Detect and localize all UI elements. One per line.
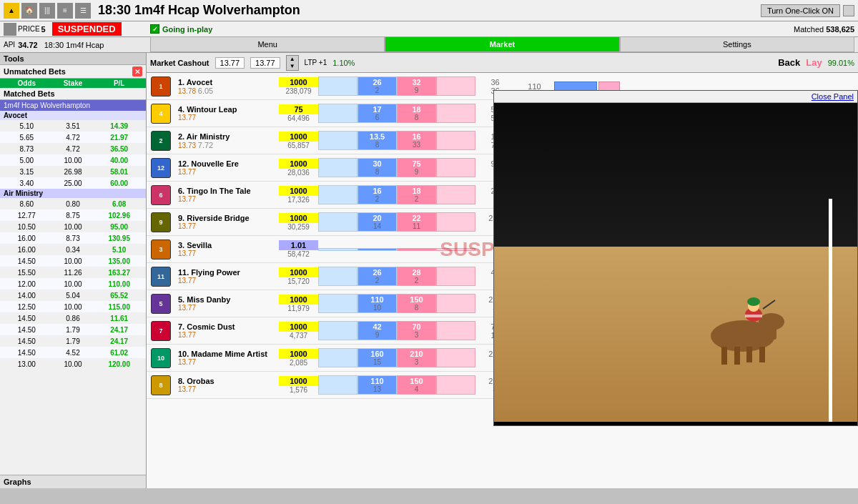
lay-cell-1[interactable]: 22 11 [397, 212, 436, 232]
lay-cell-1[interactable]: 210 3 [397, 348, 436, 367]
bet-row: 12.0010.00110.00 [0, 278, 146, 290]
lay-cell-2[interactable] [436, 131, 475, 150]
icon-bars[interactable]: ||| [39, 3, 55, 19]
bet-row: 10.5010.0095.00 [0, 221, 146, 232]
back-cell-1[interactable]: 17 6 [358, 104, 397, 123]
lay-cell-1[interactable]: 75 9 [397, 158, 436, 177]
stake-box[interactable]: 1000 4,737 [279, 322, 318, 340]
stake-box[interactable]: 1000 11,979 [279, 295, 318, 312]
lay-cell-1[interactable]: 18 2 [397, 185, 436, 204]
lay-cell-2[interactable] [436, 185, 475, 204]
icon-list[interactable]: ≡ [57, 3, 73, 19]
stake-box[interactable]: 1000 2,085 [279, 349, 318, 367]
lay-cell-2[interactable] [436, 76, 475, 96]
stake-box[interactable]: 1000 65,857 [279, 132, 318, 149]
horse-name-area: 12. Nouvelle Ere 13.77 [175, 159, 279, 176]
back-cell-1[interactable]: 16 2 [358, 185, 397, 204]
stake-box[interactable]: 1000 238,079 [279, 77, 318, 95]
turn-oneclick-button[interactable]: Turn One-Click ON [761, 4, 840, 17]
suspended-badge: SUSPENDED [52, 22, 122, 36]
horse-svg [693, 279, 800, 365]
bet-row: 3.1526.9858.01 [0, 166, 146, 177]
back-cell-2[interactable] [318, 348, 358, 367]
icon-arrow-up[interactable]: ▲ [4, 3, 19, 19]
cashout-val2[interactable]: 13.77 [250, 57, 280, 69]
window-icon[interactable] [843, 5, 854, 16]
back-cell-2[interactable] [318, 375, 358, 395]
back-cell-2[interactable] [318, 76, 358, 96]
back-cell-1[interactable]: 13.5 8 [358, 131, 397, 150]
lay-cell-2[interactable] [436, 158, 475, 177]
unmatched-bets-close[interactable]: ✕ [132, 66, 142, 76]
lay-cell-2[interactable] [436, 104, 475, 123]
back-cell-1[interactable]: 42 9 [358, 321, 397, 340]
back-cell-1[interactable]: 110 13 [358, 375, 397, 395]
stake-volume: 11,979 [279, 305, 318, 312]
lay-cell-1[interactable]: 150 4 [397, 375, 436, 395]
lay-cell-2[interactable] [436, 321, 475, 340]
lay-cell-1[interactable] [397, 248, 436, 251]
horse-name: 4. Wintour Leap [178, 105, 279, 114]
bet-row: 14.005.0465.52 [0, 290, 146, 301]
graphs-footer[interactable]: Graphs [0, 475, 146, 488]
svg-rect-6 [759, 347, 765, 362]
going-inplay-checkbox[interactable]: ✓ [150, 24, 159, 34]
icon-list2[interactable]: ☰ [75, 3, 91, 19]
back-cell-2[interactable] [318, 131, 358, 150]
back-cell-1[interactable]: 20 14 [358, 212, 397, 232]
lay-cell-1[interactable]: 16 33 [397, 131, 436, 150]
horse-name-area: 3. Sevilla 13.77 [175, 241, 279, 257]
back-cell-2[interactable] [318, 185, 358, 204]
settings-button[interactable]: Settings [620, 36, 854, 52]
horse-silk: 10 [147, 348, 175, 368]
stake-box[interactable]: 1.01 58,472 [279, 240, 318, 258]
cashout-val1[interactable]: 13.77 [215, 57, 245, 69]
back-cell-1[interactable]: 26 2 [358, 76, 397, 96]
back-cell-2[interactable] [318, 294, 358, 313]
stake-volume: 2,085 [279, 359, 318, 367]
lay-cell-1[interactable]: 18 8 [397, 104, 436, 123]
arrows-box[interactable]: ▲ ▼ [286, 55, 299, 71]
horse-silk: 9 [147, 212, 175, 232]
back-cell-1[interactable]: 30 8 [358, 158, 397, 177]
lay-cell-2[interactable] [436, 267, 475, 286]
icon-home[interactable]: 🏠 [21, 3, 37, 19]
stake-box[interactable]: 1000 1,576 [279, 376, 318, 394]
back-cell-2[interactable] [318, 248, 358, 251]
back-cell-2[interactable] [318, 212, 358, 232]
stake-box[interactable]: 1000 17,326 [279, 186, 318, 204]
lay-label: Lay [806, 57, 822, 68]
stake-box[interactable]: 75 64,496 [279, 104, 318, 122]
close-panel-button[interactable]: Close Panel [812, 92, 854, 101]
svg-rect-2 [761, 318, 776, 340]
horse-price: 13.77 [178, 168, 279, 176]
back-cell-2[interactable] [318, 104, 358, 123]
lay-cell-2[interactable] [436, 294, 475, 313]
stake-value: 1000 [279, 213, 318, 223]
stake-box[interactable]: 1000 15,720 [279, 267, 318, 285]
back-cell-2[interactable] [318, 158, 358, 177]
horse-name: 2. Air Ministry [178, 132, 279, 141]
lay-cell-2[interactable] [436, 375, 475, 395]
back-cell-1[interactable]: 26 2 [358, 267, 397, 286]
tools-header: Tools [0, 53, 146, 65]
back-cell-1[interactable]: 160 15 [358, 348, 397, 367]
stake-box[interactable]: 1000 30,259 [279, 213, 318, 231]
lay-cell-1[interactable]: 70 3 [397, 321, 436, 340]
market-button[interactable]: Market [385, 36, 619, 52]
lay-cell-1[interactable]: 28 2 [397, 267, 436, 286]
back-cells: 30 8 [318, 158, 397, 177]
menu-button[interactable]: Menu [150, 36, 385, 52]
back-cell-1[interactable]: 110 10 [358, 294, 397, 313]
stake-box[interactable]: 1000 28,036 [279, 159, 318, 177]
price-icon[interactable] [4, 23, 16, 36]
back-cell-2[interactable] [318, 321, 358, 340]
back-cell-1[interactable] [358, 248, 397, 251]
lay-cells: 70 3 [397, 321, 475, 340]
lay-cell-2[interactable] [436, 248, 475, 251]
back-cell-2[interactable] [318, 267, 358, 286]
lay-cell-2[interactable] [436, 212, 475, 232]
lay-cell-2[interactable] [436, 348, 475, 367]
lay-cell-1[interactable]: 32 9 [397, 76, 436, 96]
lay-cell-1[interactable]: 150 8 [397, 294, 436, 313]
